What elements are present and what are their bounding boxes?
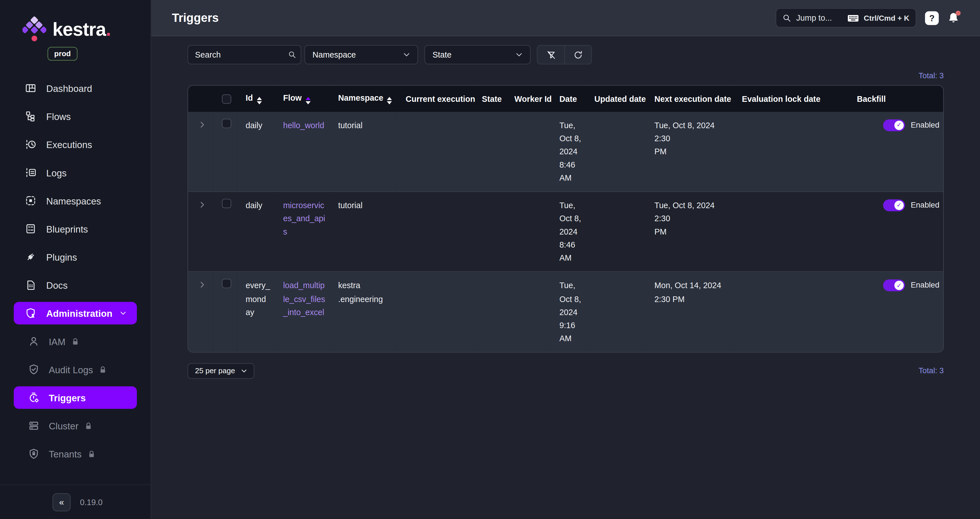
cell-namespace: tutorial <box>329 112 397 192</box>
cell-updated-date <box>585 272 646 352</box>
cell-state <box>473 192 506 272</box>
refresh-button[interactable] <box>564 46 591 64</box>
notifications-button[interactable] <box>947 12 960 24</box>
namespace-filter-select[interactable]: Namespace <box>304 45 418 64</box>
cell-date: Tue, Oct 8, 2024 8:46 AM <box>551 192 585 272</box>
version-label: 0.19.0 <box>80 497 103 506</box>
backfill-toggle[interactable]: ✓ <box>883 119 905 131</box>
table-header-row: Id Flow Namespace Current execution Stat… <box>188 86 944 112</box>
shield-account-icon <box>25 307 36 319</box>
sidebar-item-label: Administration <box>46 308 112 318</box>
jump-to-label: Jump to... <box>796 13 842 22</box>
toggle-check-icon: ✓ <box>894 201 904 210</box>
sidebar-item-label: Triggers <box>49 392 86 403</box>
cell-worker-id <box>506 112 551 192</box>
expand-row-button[interactable] <box>198 201 207 209</box>
brand-name: kestra. <box>52 19 111 40</box>
sidebar-item-label: Cluster <box>49 420 78 431</box>
cell-next-execution-date: Mon, Oct 14, 2024 2:30 PM <box>646 272 733 352</box>
sidebar-item-label: Plugins <box>46 252 77 262</box>
backfill-state-label: Enabled <box>911 199 939 212</box>
flow-link[interactable]: microservic es_and_api s <box>283 201 325 237</box>
help-button[interactable]: ? <box>925 11 939 25</box>
sort-icon <box>387 97 392 104</box>
jump-to-search[interactable]: Jump to... Ctrl/Cmd + K <box>776 8 916 27</box>
cell-id: every_ mond ay <box>237 272 274 352</box>
topbar: Triggers Jump to... Ctrl/Cmd + K ? <box>151 0 980 36</box>
sidebar-item-triggers[interactable]: Triggers <box>14 386 137 409</box>
chevron-down-icon <box>402 50 411 59</box>
cell-id: daily <box>237 112 274 192</box>
clear-filters-button[interactable] <box>538 46 565 64</box>
backfill-toggle[interactable]: ✓ <box>883 199 905 211</box>
backfill-state-label: Enabled <box>911 279 939 292</box>
expand-row-button[interactable] <box>198 281 207 289</box>
toggle-check-icon: ✓ <box>894 121 904 130</box>
collapse-sidebar-button[interactable]: « <box>52 493 71 511</box>
environment-badge: prod <box>47 47 78 60</box>
cell-namespace: tutorial <box>329 192 397 272</box>
cell-state <box>473 112 506 192</box>
sidebar-item-cluster[interactable]: Cluster <box>14 414 137 437</box>
sidebar-item-dashboard[interactable]: Dashboard <box>14 77 137 99</box>
column-header-date: Date <box>551 86 585 112</box>
page-title: Triggers <box>172 11 219 25</box>
sidebar-item-executions[interactable]: Executions <box>14 133 137 155</box>
main-area: Triggers Jump to... Ctrl/Cmd + K ? <box>151 0 980 519</box>
search-input[interactable] <box>188 45 301 64</box>
sidebar-item-label: Tenants <box>49 448 82 459</box>
sidebar-item-tenants[interactable]: Tenants <box>14 443 137 465</box>
column-header-evaluation-lock-date: Evaluation lock date <box>733 86 848 112</box>
row-checkbox[interactable] <box>222 119 231 128</box>
pagination-bar: 25 per page Total: 3 <box>188 363 944 379</box>
row-checkbox[interactable] <box>222 199 231 208</box>
cell-updated-date <box>585 112 646 192</box>
state-filter-select[interactable]: State <box>425 45 531 64</box>
keyboard-icon <box>848 12 859 24</box>
flow-link[interactable]: load_multip le_csv_files _into_excel <box>283 281 325 317</box>
executions-icon <box>25 139 36 150</box>
column-header-id[interactable]: Id <box>237 86 274 112</box>
brand-dot: . <box>106 19 111 40</box>
sidebar-item-flows[interactable]: Flows <box>14 105 137 127</box>
sidebar-item-label: Logs <box>46 167 67 178</box>
sidebar-item-audit-logs[interactable]: Audit Logs <box>14 358 137 380</box>
sidebar-item-docs[interactable]: Docs <box>14 274 137 296</box>
sidebar-item-blueprints[interactable]: Blueprints <box>14 218 137 240</box>
table-row: daily microservic es_and_api s tutorial … <box>188 192 944 272</box>
sidebar-item-plugins[interactable]: Plugins <box>14 245 137 268</box>
lock-icon <box>99 365 107 374</box>
sidebar-item-administration[interactable]: Administration <box>14 302 137 325</box>
brand-logo[interactable]: kestra. <box>0 0 151 43</box>
expand-row-button[interactable] <box>198 121 207 129</box>
backfill-toggle[interactable]: ✓ <box>883 279 905 291</box>
row-checkbox[interactable] <box>222 279 231 288</box>
sidebar-item-label: IAM <box>49 336 65 347</box>
dashboard-icon <box>25 83 36 94</box>
search-icon <box>288 50 296 61</box>
sidebar-item-label: Blueprints <box>46 223 88 234</box>
flow-link[interactable]: hello_world <box>283 121 324 130</box>
per-page-select[interactable]: 25 per page <box>188 363 255 379</box>
sidebar-item-label: Docs <box>46 280 67 290</box>
namespaces-icon <box>25 195 36 207</box>
column-header-updated-date: Updated date <box>585 86 646 112</box>
sidebar-item-namespaces[interactable]: Namespaces <box>14 189 137 212</box>
select-all-checkbox[interactable] <box>222 94 231 103</box>
cell-evaluation-lock-date <box>733 112 848 192</box>
docs-icon <box>25 279 36 291</box>
column-header-namespace[interactable]: Namespace <box>329 86 397 112</box>
column-header-state: State <box>473 86 506 112</box>
sidebar-item-iam[interactable]: IAM <box>14 330 137 352</box>
sidebar-item-logs[interactable]: Logs <box>14 161 137 184</box>
column-header-flow[interactable]: Flow <box>275 86 329 112</box>
cell-worker-id <box>506 272 551 352</box>
kestra-logo-icon <box>22 16 46 43</box>
sidebar-nav: Dashboard Flows Executions Logs Namespac… <box>0 77 151 465</box>
backfill-state-label: Enabled <box>911 119 939 132</box>
lock-icon <box>88 450 95 458</box>
shield-lock-icon <box>28 448 40 459</box>
logs-icon <box>25 167 36 178</box>
sort-icon <box>257 97 262 104</box>
per-page-label: 25 per page <box>195 366 235 375</box>
